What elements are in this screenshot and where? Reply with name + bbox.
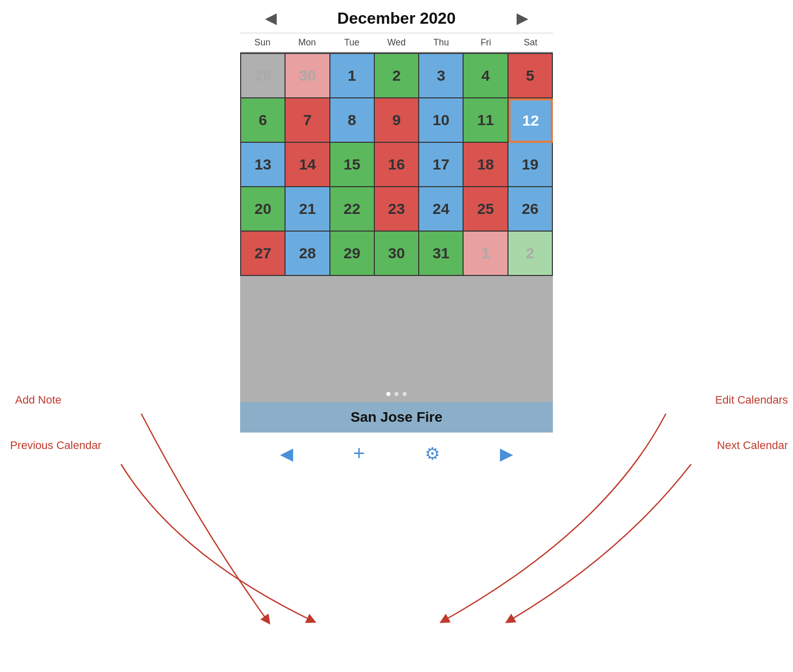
next-month-button[interactable]: ▶ (501, 10, 543, 27)
calendar-bottom-area: San Jose Fire (240, 276, 553, 432)
table-row[interactable]: 17 (419, 143, 464, 187)
add-note-label: Add Note (15, 394, 62, 406)
table-row[interactable]: 24 (419, 187, 464, 232)
table-row[interactable]: 4 (464, 54, 508, 98)
table-row[interactable]: 16 (375, 143, 419, 187)
calendar-header: ◀ December 2020 ▶ (240, 0, 553, 33)
table-row[interactable]: 29 (241, 54, 286, 98)
table-row[interactable]: 14 (286, 143, 330, 187)
table-row[interactable]: 15 (330, 143, 375, 187)
previous-calendar-label: Previous Calendar (10, 439, 101, 452)
dot-2 (394, 392, 399, 396)
day-header-sun: Sun (240, 33, 285, 52)
table-row[interactable]: 31 (419, 232, 464, 276)
table-row[interactable]: 30 (375, 232, 419, 276)
table-row[interactable]: 5 (508, 54, 553, 98)
annotation-previous-calendar: Previous Calendar (10, 439, 101, 452)
day-headers-row: Sun Mon Tue Wed Thu Fri Sat (240, 33, 553, 53)
table-row[interactable]: 8 (330, 98, 375, 143)
table-row[interactable]: 22 (330, 187, 375, 232)
table-row[interactable]: 6 (241, 98, 286, 143)
dot-3 (403, 392, 407, 396)
dot-1 (386, 392, 390, 396)
annotation-add-note: Add Note (15, 394, 62, 407)
table-row[interactable]: 10 (419, 98, 464, 143)
table-row[interactable]: 3 (419, 54, 464, 98)
next-calendar-label: Next Calendar (717, 439, 788, 452)
phone-frame: ◀ December 2020 ▶ Sun Mon Tue Wed Thu Fr… (240, 0, 553, 672)
day-header-sat: Sat (508, 33, 553, 52)
table-row[interactable]: 2 (375, 54, 419, 98)
table-row[interactable]: 13 (241, 143, 286, 187)
table-row[interactable]: 11 (464, 98, 508, 143)
table-row[interactable]: 26 (508, 187, 553, 232)
annotation-edit-calendars: Edit Calendars (715, 394, 788, 407)
day-header-wed: Wed (374, 33, 419, 52)
day-header-mon: Mon (285, 33, 330, 52)
table-row[interactable]: 7 (286, 98, 330, 143)
day-header-tue: Tue (329, 33, 374, 52)
day-header-thu: Thu (419, 33, 464, 52)
calendar-title: December 2020 (292, 9, 501, 28)
table-row[interactable]: 9 (375, 98, 419, 143)
table-row[interactable]: 2 (508, 232, 553, 276)
table-row[interactable]: 1 (464, 232, 508, 276)
page-dots (240, 392, 553, 402)
calendar-name-bar: San Jose Fire (240, 402, 553, 432)
calendar-grid: 2930123456789101112131415161718192021222… (240, 53, 553, 276)
table-row[interactable]: 29 (330, 232, 375, 276)
table-row[interactable]: 19 (508, 143, 553, 187)
settings-button[interactable]: ⚙ (417, 441, 448, 466)
prev-month-button[interactable]: ◀ (250, 10, 292, 27)
table-row[interactable]: 30 (286, 54, 330, 98)
prev-calendar-button[interactable]: ◀ (272, 441, 301, 466)
table-row[interactable]: 23 (375, 187, 419, 232)
edit-calendars-label: Edit Calendars (715, 394, 788, 406)
table-row[interactable]: 28 (286, 232, 330, 276)
calendar-name-text: San Jose Fire (351, 409, 442, 425)
table-row[interactable]: 21 (286, 187, 330, 232)
table-row[interactable]: 25 (464, 187, 508, 232)
page-wrapper: Add Note Edit Calendars Previous Calenda… (0, 0, 793, 672)
table-row[interactable]: 27 (241, 232, 286, 276)
table-row[interactable]: 1 (330, 54, 375, 98)
annotation-next-calendar: Next Calendar (717, 439, 788, 452)
table-row[interactable]: 18 (464, 143, 508, 187)
day-header-fri: Fri (464, 33, 508, 52)
table-row[interactable]: 20 (241, 187, 286, 232)
add-note-button[interactable]: + (345, 440, 373, 467)
table-row[interactable]: 12 (508, 98, 553, 143)
next-calendar-button[interactable]: ▶ (492, 441, 521, 466)
toolbar: ◀ + ⚙ ▶ (240, 432, 553, 474)
